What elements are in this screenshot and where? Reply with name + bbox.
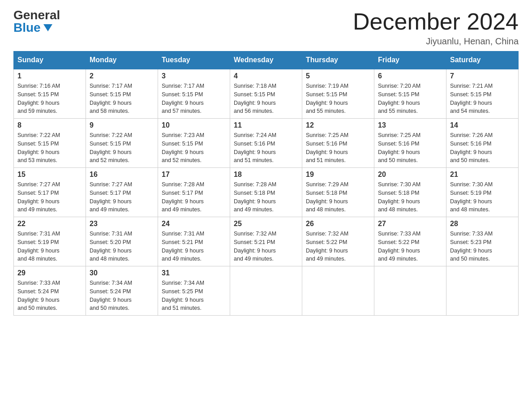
calendar-cell: 5Sunrise: 7:19 AMSunset: 5:15 PMDaylight… xyxy=(302,69,374,119)
day-info: Sunrise: 7:31 AMSunset: 5:20 PMDaylight:… xyxy=(90,230,154,263)
calendar-week-3: 15Sunrise: 7:27 AMSunset: 5:17 PMDayligh… xyxy=(14,168,519,217)
calendar-cell: 1Sunrise: 7:16 AMSunset: 5:15 PMDaylight… xyxy=(14,69,86,119)
day-info: Sunrise: 7:33 AMSunset: 5:24 PMDaylight:… xyxy=(17,279,82,313)
calendar-cell: 16Sunrise: 7:27 AMSunset: 5:17 PMDayligh… xyxy=(86,168,158,217)
day-info: Sunrise: 7:22 AMSunset: 5:15 PMDaylight:… xyxy=(90,131,154,165)
calendar-cell: 25Sunrise: 7:32 AMSunset: 5:21 PMDayligh… xyxy=(230,217,302,266)
calendar-cell: 21Sunrise: 7:30 AMSunset: 5:19 PMDayligh… xyxy=(446,168,519,217)
day-number: 27 xyxy=(378,220,442,228)
calendar-cell: 13Sunrise: 7:25 AMSunset: 5:16 PMDayligh… xyxy=(374,119,446,168)
day-number: 11 xyxy=(234,121,298,129)
calendar-week-1: 1Sunrise: 7:16 AMSunset: 5:15 PMDaylight… xyxy=(14,69,519,119)
calendar-cell: 17Sunrise: 7:28 AMSunset: 5:17 PMDayligh… xyxy=(158,168,230,217)
day-number: 31 xyxy=(162,269,226,277)
day-number: 10 xyxy=(162,121,226,129)
calendar-cell: 15Sunrise: 7:27 AMSunset: 5:17 PMDayligh… xyxy=(14,168,86,217)
day-number: 30 xyxy=(90,269,154,277)
day-info: Sunrise: 7:29 AMSunset: 5:18 PMDaylight:… xyxy=(306,180,370,214)
calendar-cell: 27Sunrise: 7:33 AMSunset: 5:22 PMDayligh… xyxy=(374,217,446,266)
calendar-cell xyxy=(302,266,374,316)
day-number: 7 xyxy=(450,72,515,80)
day-info: Sunrise: 7:32 AMSunset: 5:21 PMDaylight:… xyxy=(234,230,298,263)
day-info: Sunrise: 7:24 AMSunset: 5:16 PMDaylight:… xyxy=(234,131,298,165)
day-info: Sunrise: 7:22 AMSunset: 5:15 PMDaylight:… xyxy=(17,131,82,165)
column-header-saturday: Saturday xyxy=(446,51,519,69)
day-info: Sunrise: 7:20 AMSunset: 5:15 PMDaylight:… xyxy=(378,82,442,116)
day-info: Sunrise: 7:33 AMSunset: 5:22 PMDaylight:… xyxy=(378,230,442,263)
calendar-cell: 4Sunrise: 7:18 AMSunset: 5:15 PMDaylight… xyxy=(230,69,302,119)
day-number: 29 xyxy=(17,269,82,277)
calendar-week-2: 8Sunrise: 7:22 AMSunset: 5:15 PMDaylight… xyxy=(14,119,519,168)
day-number: 28 xyxy=(450,220,515,228)
day-info: Sunrise: 7:33 AMSunset: 5:23 PMDaylight:… xyxy=(450,230,515,263)
calendar-week-4: 22Sunrise: 7:31 AMSunset: 5:19 PMDayligh… xyxy=(14,217,519,266)
page-header: General Blue December 2024 Jiyuanlu, Hen… xyxy=(13,9,519,47)
day-number: 15 xyxy=(17,171,82,179)
calendar-cell: 29Sunrise: 7:33 AMSunset: 5:24 PMDayligh… xyxy=(14,266,86,316)
column-header-friday: Friday xyxy=(374,51,446,69)
calendar-cell: 24Sunrise: 7:31 AMSunset: 5:21 PMDayligh… xyxy=(158,217,230,266)
calendar-cell: 2Sunrise: 7:17 AMSunset: 5:15 PMDaylight… xyxy=(86,69,158,119)
day-info: Sunrise: 7:28 AMSunset: 5:18 PMDaylight:… xyxy=(234,180,298,214)
column-header-thursday: Thursday xyxy=(302,51,374,69)
day-number: 4 xyxy=(234,72,298,80)
calendar-cell: 8Sunrise: 7:22 AMSunset: 5:15 PMDaylight… xyxy=(14,119,86,168)
calendar-cell: 9Sunrise: 7:22 AMSunset: 5:15 PMDaylight… xyxy=(86,119,158,168)
day-number: 23 xyxy=(90,220,154,228)
logo-blue-text: Blue xyxy=(13,21,52,34)
calendar-cell: 12Sunrise: 7:25 AMSunset: 5:16 PMDayligh… xyxy=(302,119,374,168)
day-info: Sunrise: 7:32 AMSunset: 5:22 PMDaylight:… xyxy=(306,230,370,263)
day-number: 18 xyxy=(234,171,298,179)
day-number: 19 xyxy=(306,171,370,179)
day-number: 25 xyxy=(234,220,298,228)
day-number: 2 xyxy=(90,72,154,80)
day-number: 8 xyxy=(17,121,82,129)
location-text: Jiyuanlu, Henan, China xyxy=(353,36,519,47)
day-number: 9 xyxy=(90,121,154,129)
day-info: Sunrise: 7:18 AMSunset: 5:15 PMDaylight:… xyxy=(234,82,298,116)
column-header-tuesday: Tuesday xyxy=(158,51,230,69)
title-block: December 2024 Jiyuanlu, Henan, China xyxy=(353,9,519,47)
calendar-cell xyxy=(446,266,519,316)
calendar-cell xyxy=(374,266,446,316)
day-number: 14 xyxy=(450,121,515,129)
day-number: 26 xyxy=(306,220,370,228)
calendar-cell: 22Sunrise: 7:31 AMSunset: 5:19 PMDayligh… xyxy=(14,217,86,266)
calendar-cell: 10Sunrise: 7:23 AMSunset: 5:15 PMDayligh… xyxy=(158,119,230,168)
calendar-week-5: 29Sunrise: 7:33 AMSunset: 5:24 PMDayligh… xyxy=(14,266,519,316)
day-info: Sunrise: 7:25 AMSunset: 5:16 PMDaylight:… xyxy=(306,131,370,165)
day-number: 24 xyxy=(162,220,226,228)
day-info: Sunrise: 7:16 AMSunset: 5:15 PMDaylight:… xyxy=(17,82,82,116)
day-info: Sunrise: 7:23 AMSunset: 5:15 PMDaylight:… xyxy=(162,131,226,165)
column-header-monday: Monday xyxy=(86,51,158,69)
calendar-cell: 14Sunrise: 7:26 AMSunset: 5:16 PMDayligh… xyxy=(446,119,519,168)
calendar-header-row: SundayMondayTuesdayWednesdayThursdayFrid… xyxy=(14,51,519,69)
day-number: 3 xyxy=(162,72,226,80)
day-info: Sunrise: 7:21 AMSunset: 5:15 PMDaylight:… xyxy=(450,82,515,116)
calendar-cell: 18Sunrise: 7:28 AMSunset: 5:18 PMDayligh… xyxy=(230,168,302,217)
day-info: Sunrise: 7:27 AMSunset: 5:17 PMDaylight:… xyxy=(17,180,82,214)
calendar-table: SundayMondayTuesdayWednesdayThursdayFrid… xyxy=(13,51,519,316)
calendar-cell: 30Sunrise: 7:34 AMSunset: 5:24 PMDayligh… xyxy=(86,266,158,316)
day-info: Sunrise: 7:34 AMSunset: 5:25 PMDaylight:… xyxy=(162,279,226,313)
day-info: Sunrise: 7:30 AMSunset: 5:19 PMDaylight:… xyxy=(450,180,515,214)
day-number: 20 xyxy=(378,171,442,179)
day-number: 13 xyxy=(378,121,442,129)
calendar-cell: 19Sunrise: 7:29 AMSunset: 5:18 PMDayligh… xyxy=(302,168,374,217)
day-info: Sunrise: 7:25 AMSunset: 5:16 PMDaylight:… xyxy=(378,131,442,165)
day-number: 6 xyxy=(378,72,442,80)
day-number: 22 xyxy=(17,220,82,228)
logo-triangle-icon xyxy=(43,24,52,31)
day-number: 5 xyxy=(306,72,370,80)
day-info: Sunrise: 7:34 AMSunset: 5:24 PMDaylight:… xyxy=(90,279,154,313)
calendar-cell: 20Sunrise: 7:30 AMSunset: 5:18 PMDayligh… xyxy=(374,168,446,217)
day-info: Sunrise: 7:30 AMSunset: 5:18 PMDaylight:… xyxy=(378,180,442,214)
day-info: Sunrise: 7:17 AMSunset: 5:15 PMDaylight:… xyxy=(162,82,226,116)
day-info: Sunrise: 7:31 AMSunset: 5:21 PMDaylight:… xyxy=(162,230,226,263)
day-info: Sunrise: 7:19 AMSunset: 5:15 PMDaylight:… xyxy=(306,82,370,116)
calendar-cell: 28Sunrise: 7:33 AMSunset: 5:23 PMDayligh… xyxy=(446,217,519,266)
day-number: 16 xyxy=(90,171,154,179)
logo-general-text: General xyxy=(13,9,60,21)
logo: General Blue xyxy=(13,9,60,34)
month-year-title: December 2024 xyxy=(353,9,519,34)
